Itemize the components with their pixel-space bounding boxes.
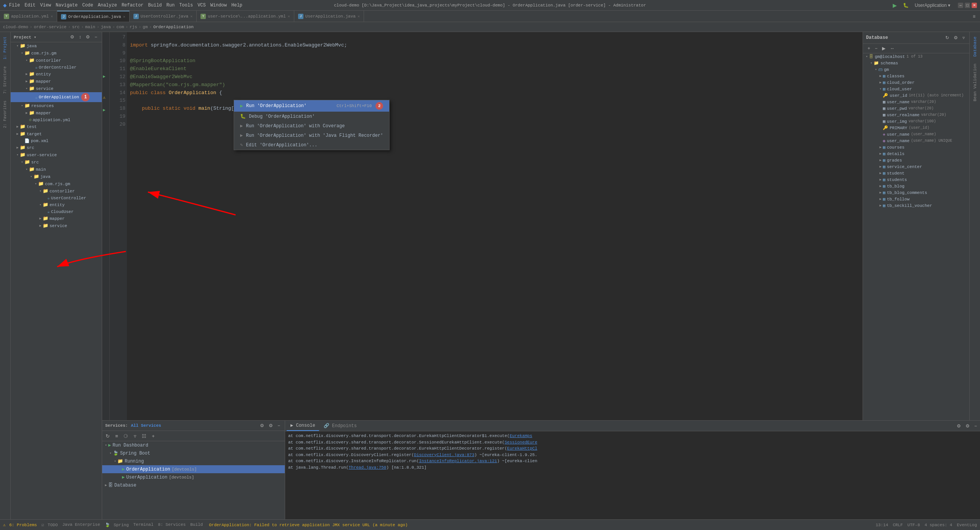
tab-application-yml[interactable]: Y application.yml ✕ xyxy=(0,11,57,22)
right-tab-bean-validation[interactable]: Bean Validation xyxy=(971,61,979,104)
run-config[interactable]: UserApplication ▾ xyxy=(913,2,952,9)
tree-us-entity[interactable]: ▾ 📁 entity xyxy=(11,201,102,208)
ctx-run[interactable]: ▶ Run 'OrderApplication' Ctrl+Shift+F10 … xyxy=(234,100,389,112)
ctx-debug[interactable]: 🐛 Debug 'OrderApplication' xyxy=(234,112,389,121)
db-remove-button[interactable]: − xyxy=(873,45,879,52)
db-add-button[interactable]: + xyxy=(866,45,872,52)
breadcrumb-module[interactable]: order-service xyxy=(34,25,67,29)
console-gear-button[interactable]: ⚙ xyxy=(964,423,971,429)
tree-resources-mapper[interactable]: ▶ 📁 mapper xyxy=(11,109,102,117)
right-tab-database[interactable]: Database xyxy=(971,34,979,60)
project-gear-button[interactable]: ⚙ xyxy=(69,34,76,40)
tree-us-main[interactable]: ▾ 📁 main xyxy=(11,166,102,173)
gutter-run-icon[interactable]: ▶ xyxy=(103,74,106,79)
log-link-5[interactable]: InstanceInfoReplicator.java:121 xyxy=(419,459,497,463)
status-build[interactable]: Build xyxy=(190,522,203,527)
tree-us-ctrl[interactable]: ▾ 📁 contorller xyxy=(11,187,102,195)
tree-user-service[interactable]: ▾ 📁 user-service xyxy=(11,151,102,159)
left-tab-favorites[interactable]: 2: Favorites xyxy=(2,98,9,131)
status-problems[interactable]: ⚠ 6: Problems xyxy=(3,522,37,527)
ctx-flight[interactable]: ▶ Run 'OrderApplication' with 'Java Flig… xyxy=(234,131,389,140)
menu-analyze[interactable]: Analyze xyxy=(98,3,117,8)
menu-code[interactable]: Code xyxy=(82,3,93,8)
console-minimize-button[interactable]: − xyxy=(973,423,978,429)
srv-run-dashboard[interactable]: ▾ ▶ Run Dashboard xyxy=(102,441,285,449)
db-cloud-order[interactable]: ▶ ▦ cloud_order xyxy=(863,79,969,86)
editor-content[interactable]: ▶ ⚠ ▶ 7 8 9 10 11 12 13 xyxy=(102,32,863,420)
tab-user-service-yml[interactable]: Y user-service\...application.yml ✕ xyxy=(197,11,294,22)
db-grades[interactable]: ▶ ▦ grades xyxy=(863,157,969,163)
left-tab-structure[interactable]: 7: Structure xyxy=(2,63,9,97)
console-settings-button[interactable]: ⚙ xyxy=(955,423,962,429)
tree-order-application[interactable]: ☕ OrderApplication 1 xyxy=(11,92,102,102)
db-filter-button[interactable]: ▿ xyxy=(961,34,966,41)
tab-close-yml[interactable]: ✕ xyxy=(51,14,53,19)
console-content[interactable]: at com.netflix.discovery.shared.transpor… xyxy=(285,431,980,519)
breadcrumb-gm[interactable]: gm xyxy=(143,25,148,29)
srv-expand-button[interactable]: ⚆ xyxy=(122,432,130,440)
console-tab-endpoints[interactable]: 🔗 Endpoints xyxy=(320,421,361,431)
status-charset[interactable]: UTF-8 xyxy=(908,523,920,527)
tree-cloud-user[interactable]: ☕ CloudUser xyxy=(11,208,102,215)
db-tb-blog[interactable]: ▶ ▦ tb_blog xyxy=(863,183,969,189)
tree-src[interactable]: ▶ 📁 src xyxy=(11,144,102,151)
db-cloud-user[interactable]: ▾ ▦ cloud_user xyxy=(863,86,969,92)
tree-mapper-order[interactable]: ▶ 📁 mapper xyxy=(11,78,102,85)
project-settings-button[interactable]: ⚙ xyxy=(84,34,91,40)
menu-help[interactable]: Help xyxy=(231,3,242,8)
db-user-pwd[interactable]: ▦ user_pwd varchar(20) xyxy=(863,105,969,112)
breadcrumb-java[interactable]: java xyxy=(101,25,111,29)
debug-button[interactable]: 🐛 xyxy=(901,2,910,9)
tab-close-uc[interactable]: ✕ xyxy=(190,14,192,19)
tree-us-mapper[interactable]: ▶ 📁 mapper xyxy=(11,215,102,222)
ctx-coverage[interactable]: ▶ Run 'OrderApplication' with Coverage xyxy=(234,121,389,131)
tree-test[interactable]: ▶ 📁 test xyxy=(11,123,102,130)
tree-entity[interactable]: ▶ 📁 entity xyxy=(11,70,102,78)
code-content[interactable]: import springfox.documentation.swagger2.… xyxy=(127,32,863,420)
db-tb-seckill[interactable]: ▶ ▦ tb_seckill_voucher xyxy=(863,202,969,209)
srv-order-app[interactable]: ▶ OrderApplication [devtools] xyxy=(102,465,285,473)
menu-tools[interactable]: Tools xyxy=(179,3,193,8)
tree-user-controller[interactable]: ☕ UserController xyxy=(11,195,102,201)
breadcrumb-com[interactable]: com xyxy=(117,25,124,29)
tab-close-us[interactable]: ✕ xyxy=(288,14,290,19)
srv-spring-boot[interactable]: ▾ 🍃 Spring Boot xyxy=(102,449,285,457)
left-tab-project[interactable]: 1: Project xyxy=(2,34,9,62)
menu-navigate[interactable]: Navigate xyxy=(56,3,78,8)
srv-add-button[interactable]: + xyxy=(149,432,157,440)
db-user-name-idx[interactable]: ◈ user_name (user_name) xyxy=(863,131,969,138)
tree-app-yml[interactable]: ⚙ application.yml xyxy=(11,117,102,123)
db-expand-button[interactable]: ↔ xyxy=(889,45,896,52)
tree-target[interactable]: ▶ 📁 target xyxy=(11,130,102,138)
console-tab-console[interactable]: ▶ Console xyxy=(287,421,319,431)
menu-window[interactable]: Window xyxy=(210,3,227,8)
db-student[interactable]: ▶ ▦ student xyxy=(863,170,969,176)
db-tb-blog-comments[interactable]: ▶ ▦ tb_blog_comments xyxy=(863,189,969,196)
tree-service-folder[interactable]: ▾ 📁 service xyxy=(11,85,102,92)
status-services[interactable]: 8: Services xyxy=(158,522,186,527)
ctx-edit[interactable]: ✎ Edit 'OrderApplication'... xyxy=(234,140,389,150)
db-user-id[interactable]: 🔑 user_id int(11) (auto increment) xyxy=(863,92,969,99)
tab-close-order[interactable]: ✕ xyxy=(123,14,125,19)
status-event-log[interactable]: EventLog xyxy=(957,523,977,527)
db-service-center[interactable]: ▶ ▦ service_center xyxy=(863,163,969,170)
srv-running-folder[interactable]: ▾ 📁 Running xyxy=(102,457,285,465)
db-schemas[interactable]: ▾ 📁 schemas xyxy=(863,60,969,66)
recent-files-button[interactable]: ≡ xyxy=(971,13,977,20)
tree-com-rjs-gm[interactable]: ▾ 📁 com.rjs.gm xyxy=(11,50,102,57)
menu-refactor[interactable]: Refactor xyxy=(122,3,144,8)
menu-file[interactable]: File xyxy=(9,3,20,8)
tree-us-src[interactable]: ▾ 📁 src xyxy=(11,159,102,166)
status-encoding[interactable]: CRLF xyxy=(893,523,903,527)
project-expand-button[interactable]: ↕ xyxy=(77,34,83,40)
db-user-name[interactable]: ▦ user_name varchar(20) xyxy=(863,99,969,105)
menu-run[interactable]: Run xyxy=(167,3,175,8)
db-courses[interactable]: ▶ ▦ courses xyxy=(863,144,969,151)
db-query-button[interactable]: ▶ xyxy=(881,45,887,52)
srv-collapse-button[interactable]: ≡ xyxy=(113,432,120,440)
tree-us-service[interactable]: ▶ 📁 service xyxy=(11,222,102,229)
db-primary-key[interactable]: 🔑 PRIMARY (user_id) xyxy=(863,125,969,131)
gutter-run-icon-2[interactable]: ▶ xyxy=(103,107,106,112)
run-button[interactable]: ▶ xyxy=(891,2,898,9)
services-minimize-button[interactable]: − xyxy=(276,422,282,429)
